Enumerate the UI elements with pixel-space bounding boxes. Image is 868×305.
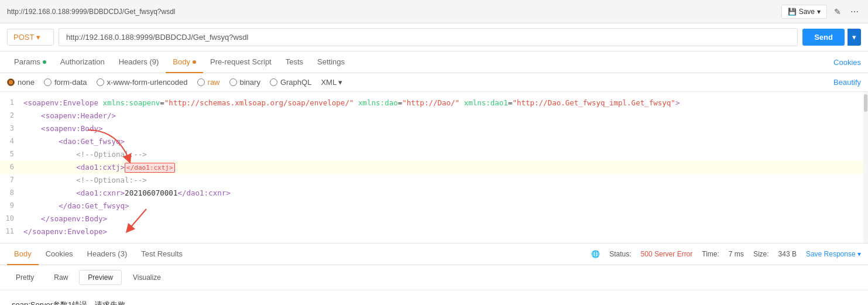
response-tab-body-label: Body	[14, 249, 32, 258]
cookies-link[interactable]: Cookies	[833, 58, 861, 67]
radio-raw[interactable]	[197, 78, 205, 86]
top-bar: http://192.168.0.188:9999/BDBDCDJ/Get_fw…	[0, 0, 868, 23]
view-tabs-bar: Pretty Raw Preview Visualize	[0, 265, 868, 290]
view-tab-visualize[interactable]: Visualize	[124, 270, 170, 285]
code-line-8: 8 <dao1:cxnr>202106070001</dao1:cxnr>	[0, 187, 868, 200]
option-none[interactable]: none	[7, 78, 35, 87]
status-value: 500 Server Error	[641, 250, 693, 258]
tab-prerequest-label: Pre-request Script	[210, 57, 272, 66]
tab-body[interactable]: Body	[166, 52, 203, 73]
response-tab-body[interactable]: Body	[7, 244, 39, 265]
response-tab-cookies[interactable]: Cookies	[39, 244, 80, 265]
window-title: http://192.168.0.188:9999/BDBDCDJ/Get_fw…	[7, 8, 176, 16]
radio-urlencoded[interactable]	[97, 78, 104, 86]
time-label: Time:	[702, 250, 719, 258]
code-line-11: 11 </soapenv:Envelope>	[0, 225, 868, 238]
format-dropdown[interactable]: XML ▾	[321, 78, 342, 87]
more-options-button[interactable]: ⋯	[848, 5, 861, 19]
tab-settings-label: Settings	[317, 57, 345, 66]
view-tab-pretty[interactable]: Pretty	[7, 270, 43, 285]
method-label: POST	[13, 33, 34, 42]
code-line-10: 10 </soapenv:Body>	[0, 213, 868, 225]
request-tabs-bar: Params Authorization Headers (9) Body Pr…	[0, 52, 868, 73]
option-urlencoded[interactable]: x-www-form-urlencoded	[97, 78, 188, 87]
format-label: XML	[321, 78, 337, 87]
response-tab-headers-label: Headers (3)	[87, 249, 128, 258]
status-label: Status:	[609, 250, 631, 258]
tab-params[interactable]: Params	[7, 52, 53, 73]
size-label: Size:	[753, 250, 769, 258]
tab-pre-request[interactable]: Pre-request Script	[203, 52, 279, 73]
method-chevron-icon: ▾	[36, 33, 40, 42]
beautify-button[interactable]: Beautify	[833, 78, 861, 87]
tab-settings[interactable]: Settings	[310, 52, 352, 73]
send-dropdown-button[interactable]: ▾	[848, 29, 861, 46]
code-line-2: 2 <soapenv:Header/>	[0, 109, 868, 122]
code-editor[interactable]: 1 <soapenv:Envelope xmlns:soapenv="http:…	[0, 92, 868, 244]
params-dot	[43, 60, 46, 64]
response-tab-testresults-label: Test Results	[141, 249, 183, 258]
edit-icon-button[interactable]: ✎	[832, 5, 843, 19]
response-body: soap:Server参数1错误，请求失败	[0, 290, 868, 305]
code-line-5: 5 <!--Optional:-->	[0, 148, 868, 161]
tab-authorization-label: Authorization	[60, 57, 105, 66]
code-line-3: 3 <soapenv:Body>	[0, 122, 868, 135]
response-tabs-bar: Body Cookies Headers (3) Test Results 🌐 …	[0, 244, 868, 265]
option-binary[interactable]: binary	[229, 78, 260, 87]
tab-headers-label: Headers (9)	[119, 57, 159, 66]
response-tab-testresults[interactable]: Test Results	[134, 244, 190, 265]
url-bar: POST ▾ Send ▾	[0, 23, 868, 52]
scrollbar-track[interactable]	[863, 92, 868, 243]
option-form-data[interactable]: form-data	[44, 78, 87, 87]
save-icon: 💾	[788, 8, 797, 16]
tab-params-label: Params	[14, 57, 40, 66]
code-line-7: 7 <!--Optional:-->	[0, 174, 868, 187]
radio-binary[interactable]	[229, 78, 237, 86]
code-line-1: 1 <soapenv:Envelope xmlns:soapenv="http:…	[0, 97, 868, 109]
tab-headers[interactable]: Headers (9)	[112, 52, 166, 73]
tab-tests[interactable]: Tests	[279, 52, 310, 73]
send-button[interactable]: Send	[802, 29, 845, 46]
view-tab-preview[interactable]: Preview	[79, 270, 122, 285]
radio-graphql[interactable]	[270, 78, 277, 86]
body-dot	[193, 60, 196, 64]
option-raw[interactable]: raw	[197, 78, 220, 87]
time-value: 7 ms	[729, 250, 744, 258]
tab-tests-label: Tests	[286, 57, 303, 66]
save-response-button[interactable]: Save Response ▾	[806, 250, 861, 258]
code-line-9: 9 </dao:Get_fwsyq>	[0, 200, 868, 213]
save-response-chevron-icon: ▾	[857, 250, 861, 258]
radio-none[interactable]	[7, 78, 15, 86]
top-bar-actions: 💾 Save ▾ ✎ ⋯	[781, 5, 861, 19]
method-select[interactable]: POST ▾	[7, 29, 54, 46]
globe-icon: 🌐	[591, 250, 600, 258]
radio-form-data[interactable]	[44, 78, 52, 86]
tab-authorization[interactable]: Authorization	[53, 52, 112, 73]
size-value: 343 B	[778, 250, 797, 258]
response-tab-headers[interactable]: Headers (3)	[80, 244, 135, 265]
code-line-4: 4 <dao:Get_fwsyq>	[0, 135, 868, 148]
save-button[interactable]: 💾 Save ▾	[781, 5, 827, 19]
response-status-area: 🌐 Status: 500 Server Error Time: 7 ms Si…	[591, 250, 861, 258]
save-dropdown-icon: ▾	[817, 8, 821, 16]
tab-body-label: Body	[173, 57, 190, 66]
body-options-bar: none form-data x-www-form-urlencoded raw…	[0, 73, 868, 92]
response-tab-cookies-label: Cookies	[46, 249, 73, 258]
response-body-text: soap:Server参数1错误，请求失败	[12, 300, 125, 305]
format-chevron-icon: ▾	[338, 78, 342, 87]
scrollbar-thumb	[864, 94, 867, 112]
code-line-6: 6 <dao1:cxtj></dao1:cxtj>	[0, 161, 868, 174]
url-input[interactable]	[59, 28, 798, 46]
view-tab-raw[interactable]: Raw	[45, 270, 77, 285]
option-graphql[interactable]: GraphQL	[270, 78, 311, 87]
